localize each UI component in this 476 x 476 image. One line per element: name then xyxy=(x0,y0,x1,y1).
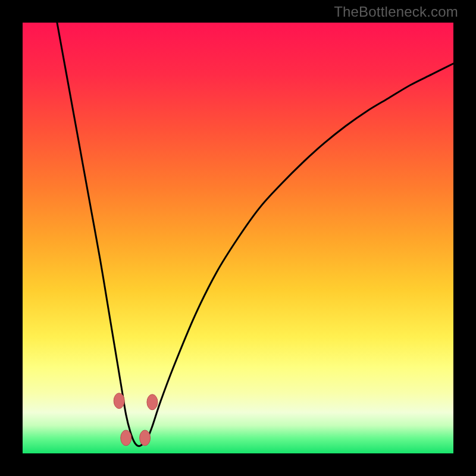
plot-area xyxy=(23,23,453,453)
curve-layer xyxy=(23,23,453,453)
bottleneck-curve xyxy=(57,23,453,446)
curve-marker xyxy=(121,430,131,446)
outer-frame: TheBottleneck.com xyxy=(0,0,476,476)
watermark-label: TheBottleneck.com xyxy=(334,4,458,20)
curve-marker xyxy=(140,430,151,446)
curve-marker xyxy=(114,393,124,409)
curve-marker xyxy=(147,394,158,410)
curve-markers xyxy=(114,393,158,446)
